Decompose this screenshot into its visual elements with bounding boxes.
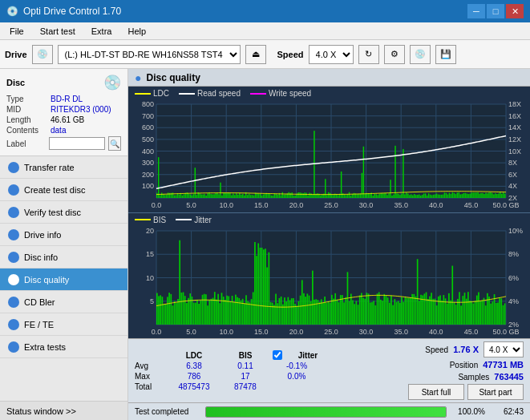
save-button[interactable]: 💾 bbox=[435, 45, 456, 64]
disc-section-title: Disc bbox=[6, 78, 25, 87]
status-window[interactable]: Status window >> bbox=[0, 401, 127, 420]
nav-cd-bler[interactable]: CD Bler bbox=[0, 291, 127, 313]
stats-bar: LDC BIS Jitter Avg 6.38 0.11 -0.1% Max 7… bbox=[128, 338, 530, 402]
disc-contents-label: Contents bbox=[6, 126, 51, 135]
menu-file[interactable]: File bbox=[3, 25, 30, 38]
drive-select[interactable]: (L:) HL-DT-ST BD-RE WH16NS58 TST4 bbox=[58, 45, 241, 64]
nav-verify-test-disc-label: Verify test disc bbox=[24, 208, 81, 217]
speed-select[interactable]: 4.0 X bbox=[309, 45, 354, 64]
refresh-button[interactable]: ↻ bbox=[358, 45, 379, 64]
stats-right: Speed 1.76 X 4.0 X Position 47731 MB Sam… bbox=[408, 341, 524, 400]
nav-extra-tests-label: Extra tests bbox=[24, 342, 66, 352]
max-row: Max 786 17 0.0% bbox=[135, 372, 395, 381]
disc-length-label: Length bbox=[6, 115, 51, 124]
progress-bar-inner bbox=[206, 407, 446, 417]
nav-verify-test-disc[interactable]: Verify test disc bbox=[0, 201, 127, 224]
stats-left: LDC BIS Jitter Avg 6.38 0.11 -0.1% Max 7… bbox=[135, 350, 395, 391]
total-ldc: 4875473 bbox=[170, 382, 218, 391]
position-row: Position 47731 MB bbox=[450, 360, 524, 370]
nav-extra-tests[interactable]: Extra tests bbox=[0, 336, 127, 358]
nav-drive-info[interactable]: Drive info bbox=[0, 224, 127, 246]
disc-contents-value: data bbox=[51, 126, 66, 135]
nav-fe-te-label: FE / TE bbox=[24, 320, 54, 329]
avg-row: Avg 6.38 0.11 -0.1% bbox=[135, 361, 395, 370]
disc-header: Disc 💿 bbox=[6, 74, 121, 91]
settings-button[interactable]: ⚙ bbox=[384, 45, 405, 64]
position-label: Position bbox=[450, 361, 479, 370]
nav-disc-quality[interactable]: Disc quality bbox=[0, 269, 127, 291]
stats-header-row: LDC BIS Jitter bbox=[135, 350, 395, 360]
disc-length-value: 46.61 GB bbox=[51, 115, 84, 124]
write-speed-label: Write speed bbox=[269, 89, 311, 98]
disc-contents-row: Contents data bbox=[6, 126, 121, 135]
nav-create-test-disc[interactable]: Create test disc bbox=[0, 179, 127, 201]
disc-image-icon: 💿 bbox=[103, 74, 121, 91]
avg-bis: 0.11 bbox=[221, 361, 269, 370]
disc-label-row: Label 🔍 bbox=[6, 136, 121, 151]
disc-type-row: Type BD-R DL bbox=[6, 95, 121, 103]
legend-write-speed: Write speed bbox=[250, 89, 311, 98]
speed-label: Speed bbox=[425, 345, 448, 354]
nav-transfer-rate[interactable]: Transfer rate bbox=[0, 156, 127, 179]
disc-mid-value: RITEKDR3 (000) bbox=[51, 105, 111, 114]
total-bis: 87478 bbox=[221, 382, 269, 391]
nav-create-test-disc-label: Create test disc bbox=[24, 185, 85, 195]
sidebar: Disc 💿 Type BD-R DL MID RITEKDR3 (000) L… bbox=[0, 69, 128, 420]
disc-quality-header: ● Disc quality bbox=[128, 69, 530, 87]
drive-icon-btn[interactable]: 💿 bbox=[32, 45, 53, 64]
jitter-label: Jitter bbox=[194, 216, 212, 224]
progress-bar-container: Test completed 100.0% 62:43 bbox=[128, 402, 530, 420]
lower-chart: BIS Jitter bbox=[128, 213, 530, 339]
jitter-header: Jitter bbox=[284, 351, 332, 360]
start-full-button[interactable]: Start full bbox=[408, 384, 464, 400]
titlebar-left: 💿 Opti Drive Control 1.70 bbox=[6, 6, 121, 17]
avg-jitter: -0.1% bbox=[273, 361, 321, 370]
disc-label-input[interactable] bbox=[49, 137, 105, 150]
nav-disc-info[interactable]: Disc info bbox=[0, 246, 127, 269]
samples-row: Samples 763445 bbox=[458, 372, 524, 382]
samples-value: 763445 bbox=[494, 372, 524, 382]
disc-info-panel: Disc 💿 Type BD-R DL MID RITEKDR3 (000) L… bbox=[0, 69, 127, 156]
jitter-checkbox[interactable] bbox=[273, 350, 282, 360]
eject-button[interactable]: ⏏ bbox=[245, 45, 266, 64]
legend-jitter: Jitter bbox=[176, 216, 212, 224]
max-jitter: 0.0% bbox=[273, 372, 321, 381]
max-bis: 17 bbox=[221, 372, 269, 381]
disc-type-value: BD-R DL bbox=[51, 95, 83, 103]
legend-read-speed: Read speed bbox=[179, 89, 241, 98]
nav-fe-te[interactable]: FE / TE bbox=[0, 313, 127, 336]
maximize-button[interactable]: □ bbox=[487, 4, 504, 18]
start-part-button[interactable]: Start part bbox=[467, 384, 524, 400]
nav-disc-quality-label: Disc quality bbox=[24, 275, 69, 285]
speed-select-small[interactable]: 4.0 X bbox=[483, 341, 524, 357]
speed-label: Speed bbox=[277, 50, 304, 59]
content-area: ● Disc quality LDC Read speed bbox=[128, 69, 530, 420]
disc-label-button[interactable]: 🔍 bbox=[108, 136, 121, 151]
cd-bler-icon bbox=[8, 297, 19, 308]
transfer-rate-icon bbox=[8, 162, 19, 173]
upper-chart-legend: LDC Read speed Write speed bbox=[135, 89, 311, 98]
menu-start-test[interactable]: Start test bbox=[34, 25, 82, 38]
disc-button[interactable]: 💿 bbox=[410, 45, 431, 64]
write-speed-color bbox=[250, 93, 266, 95]
titlebar-controls: ─ □ ✕ bbox=[467, 4, 524, 18]
start-buttons: Start full Start part bbox=[408, 384, 524, 400]
position-value: 47731 MB bbox=[483, 360, 524, 370]
max-ldc: 786 bbox=[170, 372, 218, 381]
upper-chart-canvas bbox=[128, 87, 530, 212]
jitter-check-container: Jitter bbox=[273, 350, 332, 360]
toolbar: Drive 💿 (L:) HL-DT-ST BD-RE WH16NS58 TST… bbox=[0, 40, 530, 69]
read-speed-label: Read speed bbox=[197, 89, 241, 98]
disc-mid-label: MID bbox=[6, 105, 51, 114]
minimize-button[interactable]: ─ bbox=[467, 4, 485, 18]
extra-tests-icon bbox=[8, 341, 19, 353]
upper-chart: LDC Read speed Write speed bbox=[128, 87, 530, 213]
nav-disc-info-label: Disc info bbox=[24, 252, 58, 262]
menubar: File Start test Extra Help bbox=[0, 22, 530, 40]
disc-length-row: Length 46.61 GB bbox=[6, 115, 121, 124]
close-button[interactable]: ✕ bbox=[506, 4, 524, 18]
menu-extra[interactable]: Extra bbox=[85, 25, 119, 38]
menu-help[interactable]: Help bbox=[121, 25, 152, 38]
samples-label: Samples bbox=[458, 373, 489, 382]
fe-te-icon bbox=[8, 319, 19, 330]
